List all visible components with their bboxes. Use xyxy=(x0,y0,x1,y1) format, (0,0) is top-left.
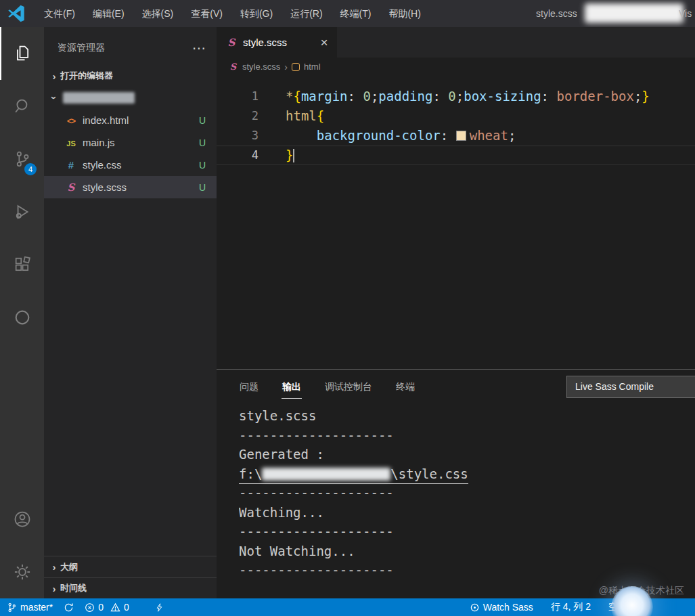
file-row[interactable]: style.css U xyxy=(44,154,217,176)
menu-item[interactable]: 选择(S) xyxy=(133,0,183,27)
code-token: html xyxy=(286,108,317,123)
code-token: padding xyxy=(378,89,432,104)
activity-source-control[interactable]: 4 xyxy=(0,133,44,185)
activity-search[interactable] xyxy=(0,80,44,133)
code-token: : xyxy=(432,89,448,104)
token-text: 0 xyxy=(363,89,370,104)
panel-tab[interactable]: 问题 xyxy=(239,376,259,398)
git-status-badge: U xyxy=(199,182,206,193)
chevron-right-icon xyxy=(48,583,60,594)
extensions-icon xyxy=(13,255,32,274)
file-name: style.css xyxy=(83,159,122,171)
menu-item[interactable]: 运行(R) xyxy=(282,0,331,27)
close-icon[interactable] xyxy=(315,34,333,51)
activity-live-server[interactable] xyxy=(0,291,44,344)
file-name: style.scss xyxy=(83,181,127,193)
breadcrumb-file[interactable]: style.scss xyxy=(242,62,280,72)
menu-item[interactable]: 文件(F) xyxy=(35,0,84,27)
status-right: Watch Sass 行 4, 列 2 空格 xyxy=(470,601,627,613)
line-number: 4 xyxy=(217,146,259,165)
output-content[interactable]: style.scss--------------------Generated … xyxy=(239,406,691,598)
token-text: } xyxy=(642,89,649,104)
output-file-link[interactable]: f:\\style.css xyxy=(239,464,468,485)
circle-extension-icon xyxy=(13,308,32,327)
section-label: 时间线 xyxy=(60,582,87,594)
panel-tab[interactable]: 输出 xyxy=(282,376,302,399)
output-line: Not Watching... xyxy=(239,542,691,561)
problems-indicator[interactable]: 0 0 xyxy=(85,602,129,613)
file-type-icon xyxy=(64,137,78,148)
vscode-window: 文件(F)编辑(E)选择(S)查看(V)转到(G)运行(R)终端(T)帮助(H)… xyxy=(0,0,695,616)
activity-account[interactable] xyxy=(0,493,44,546)
chevron-right-icon xyxy=(48,70,60,82)
breadcrumb-symbol[interactable]: html xyxy=(304,62,321,72)
activity-extensions[interactable] xyxy=(0,238,44,291)
token-text: : xyxy=(441,128,456,143)
activity-bar: 4 xyxy=(0,27,44,598)
code-token: { xyxy=(317,108,324,123)
activity-run-debug[interactable] xyxy=(0,185,44,238)
output-line: style.scss xyxy=(239,406,691,426)
file-type-icon xyxy=(64,181,78,194)
titlebar: 文件(F)编辑(E)选择(S)查看(V)转到(G)运行(R)终端(T)帮助(H)… xyxy=(0,0,695,27)
menu-item[interactable]: 转到(G) xyxy=(231,0,282,27)
censored-title-region xyxy=(585,3,683,23)
output-channel-select[interactable]: Live Sass Compile xyxy=(566,376,695,398)
file-row[interactable]: index.html U xyxy=(44,109,217,131)
section-folder[interactable] xyxy=(44,87,217,109)
output-line: Generated : xyxy=(239,445,691,464)
code-tokens: *{margin: 0;padding: 0;box-sizing: borde… xyxy=(286,87,650,106)
line-number: 2 xyxy=(217,106,259,126)
code-editor[interactable]: 1 *{margin: 0;padding: 0;box-sizing: bor… xyxy=(217,76,695,369)
sidebar-explorer: 资源管理器 打开的编辑器 index.html U main.js U styl… xyxy=(44,27,217,598)
code-token: } xyxy=(286,148,293,162)
code-token: : xyxy=(541,89,557,104)
tab-style-scss[interactable]: style.scss xyxy=(217,27,337,58)
section-timeline[interactable]: 时间线 xyxy=(44,577,217,598)
code-token xyxy=(286,128,317,143)
panel-tab[interactable]: 调试控制台 xyxy=(324,376,373,398)
section-label: 大纲 xyxy=(60,561,78,573)
file-row[interactable]: style.scss U xyxy=(44,176,217,198)
watch-icon xyxy=(470,602,480,613)
sync-button[interactable] xyxy=(64,602,74,613)
token-text: html xyxy=(286,108,317,123)
line-number: 3 xyxy=(217,126,259,146)
file-list: index.html U main.js U style.css U style… xyxy=(44,109,217,198)
menu-item[interactable]: 终端(T) xyxy=(332,0,380,27)
chevron-down-icon xyxy=(48,92,60,104)
more-actions-icon[interactable] xyxy=(192,40,206,56)
token-text: wheat xyxy=(470,128,508,143)
tab-label: style.scss xyxy=(243,37,311,48)
section-open-editors[interactable]: 打开的编辑器 xyxy=(44,65,217,87)
branch-indicator[interactable]: master* xyxy=(7,602,53,613)
line-number: 1 xyxy=(217,87,259,106)
token-text: border-box xyxy=(557,89,634,104)
menu-item[interactable]: 编辑(E) xyxy=(84,0,133,27)
code-token: box-sizing xyxy=(464,89,541,104)
token-text: : xyxy=(348,89,363,104)
menu-item[interactable]: 帮助(H) xyxy=(380,0,429,27)
activity-explorer[interactable] xyxy=(0,27,44,80)
section-outline[interactable]: 大纲 xyxy=(44,556,217,577)
code-token: { xyxy=(293,89,300,104)
error-icon xyxy=(85,602,95,613)
file-row[interactable]: main.js U xyxy=(44,131,217,154)
output-line: -------------------- xyxy=(239,426,691,445)
warning-icon xyxy=(110,602,120,613)
token-text xyxy=(286,128,317,143)
output-line: Watching... xyxy=(239,503,691,523)
scm-badge: 4 xyxy=(24,163,37,175)
menu-item[interactable]: 查看(V) xyxy=(182,0,231,27)
panel-tab[interactable]: 终端 xyxy=(395,376,416,398)
cursor-position[interactable]: 行 4, 列 2 xyxy=(551,601,591,613)
watch-sass-button[interactable]: Watch Sass xyxy=(470,602,533,613)
activity-settings[interactable] xyxy=(0,546,44,598)
file-name: index.html xyxy=(83,114,129,126)
code-token: : xyxy=(441,128,456,143)
color-swatch[interactable] xyxy=(456,131,466,141)
code-tokens: html{ xyxy=(286,106,324,126)
chevron-right-icon xyxy=(284,62,288,72)
live-server-port[interactable] xyxy=(155,602,164,613)
code-token: wheat xyxy=(456,128,508,143)
